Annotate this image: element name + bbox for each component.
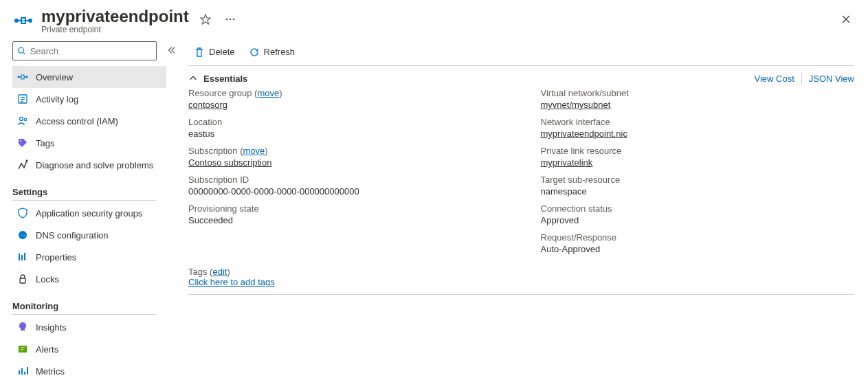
page-title: myprivateendpoint — [41, 7, 189, 26]
view-cost-link[interactable]: View Cost — [754, 74, 794, 84]
search-input-wrapper[interactable] — [12, 41, 157, 60]
subscription-label: Subscription (move) — [188, 146, 502, 156]
diagnose-icon — [16, 159, 29, 171]
subscription-move-link[interactable]: move — [243, 146, 265, 156]
overview-icon — [16, 71, 29, 83]
sidebar-section-settings: Settings — [12, 187, 166, 197]
sidebar-item-label: Metrics — [36, 366, 65, 377]
provisioning-value: Succeeded — [188, 215, 502, 225]
dns-icon: ⋯ — [16, 229, 29, 241]
search-icon — [17, 46, 26, 56]
plr-value[interactable]: myprivatelink — [541, 157, 855, 168]
refresh-label: Refresh — [264, 47, 296, 57]
nic-label: Network interface — [541, 117, 855, 127]
sidebar-item-label: Diagnose and solve problems — [36, 160, 153, 170]
subscription-value[interactable]: Contoso subscription — [188, 157, 502, 168]
svg-point-13 — [20, 140, 21, 142]
sidebar-item-access-control[interactable]: Access control (IAM) — [12, 110, 166, 132]
svg-point-8 — [26, 76, 28, 78]
target-label: Target sub-resource — [541, 175, 855, 185]
sidebar-item-locks[interactable]: Locks — [12, 268, 166, 290]
svg-point-6 — [19, 47, 24, 53]
properties-icon — [16, 251, 29, 263]
delete-button[interactable]: Delete — [188, 43, 241, 62]
svg-point-14 — [26, 160, 28, 162]
sidebar-item-label: Activity log — [36, 94, 78, 104]
vnet-value[interactable]: myvnet/mysubnet — [541, 100, 855, 110]
activity-log-icon — [16, 93, 29, 105]
location-value: eastus — [188, 129, 502, 139]
insights-icon — [16, 321, 29, 333]
alerts-icon — [16, 343, 29, 355]
pin-button[interactable] — [197, 11, 214, 27]
metrics-icon — [16, 365, 29, 377]
svg-rect-9 — [21, 75, 24, 79]
location-label: Location — [188, 117, 502, 127]
private-endpoint-icon — [12, 10, 34, 32]
page-subtitle: Private endpoint — [41, 25, 194, 34]
sidebar-item-insights[interactable]: Insights — [12, 316, 166, 338]
provisioning-label: Provisioning state — [188, 203, 502, 214]
svg-point-12 — [24, 118, 27, 121]
svg-point-7 — [18, 76, 20, 78]
delete-icon — [194, 47, 205, 58]
sidebar-item-label: Overview — [36, 72, 73, 82]
svg-rect-17 — [20, 278, 25, 283]
sidebar-item-overview[interactable]: Overview — [12, 66, 166, 88]
sidebar-item-app-security-groups[interactable]: Application security groups — [12, 202, 166, 224]
sidebar-item-diagnose[interactable]: Diagnose and solve problems — [12, 154, 166, 176]
sidebar-item-label: Tags — [36, 138, 54, 148]
close-button[interactable] — [838, 11, 854, 27]
more-button[interactable] — [222, 11, 238, 27]
svg-point-0 — [15, 19, 18, 22]
req-value: Auto-Approved — [541, 244, 855, 254]
svg-point-4 — [229, 19, 231, 21]
sidebar-item-label: Locks — [36, 274, 59, 284]
sidebar-item-alerts[interactable]: Alerts — [12, 338, 166, 360]
svg-point-3 — [225, 19, 227, 21]
svg-point-2 — [23, 20, 25, 22]
sidebar-item-metrics[interactable]: Metrics — [12, 360, 166, 382]
sidebar-item-label: Access control (IAM) — [36, 116, 118, 126]
refresh-icon — [249, 47, 260, 58]
sidebar-item-activity-log[interactable]: Activity log — [12, 88, 166, 110]
collapse-sidebar-button[interactable] — [166, 45, 176, 57]
req-label: Request/Response — [541, 232, 855, 243]
sidebar-item-label: DNS configuration — [36, 230, 109, 241]
resource-group-value[interactable]: contosorg — [188, 100, 502, 110]
sidebar-item-label: Properties — [36, 252, 76, 262]
sidebar-item-label: Insights — [36, 322, 67, 333]
tags-add-link[interactable]: Click here to add tags — [188, 277, 275, 287]
tags-edit-link[interactable]: edit — [212, 267, 227, 277]
access-control-icon — [16, 115, 29, 127]
chevron-up-icon — [188, 74, 198, 83]
resource-group-label: Resource group (move) — [188, 88, 502, 98]
target-value: namespace — [541, 186, 855, 197]
svg-point-1 — [29, 19, 32, 22]
subscription-id-value: 00000000-0000-0000-0000-000000000000 — [188, 186, 502, 197]
svg-point-5 — [232, 19, 234, 21]
essentials-header: Essentials — [203, 74, 247, 84]
lock-icon — [16, 273, 29, 285]
sidebar-item-label: Application security groups — [36, 208, 142, 219]
shield-icon — [16, 207, 29, 219]
json-view-link[interactable]: JSON View — [809, 74, 854, 84]
nic-value[interactable]: myprivateendpoint.nic — [541, 129, 855, 139]
sidebar-item-properties[interactable]: Properties — [12, 246, 166, 268]
essentials-toggle[interactable] — [188, 74, 198, 83]
tags-label: Tags (edit) — [188, 267, 230, 277]
vnet-label: Virtual network/subnet — [541, 88, 855, 98]
resource-group-move-link[interactable]: move — [257, 88, 279, 98]
search-input[interactable] — [30, 46, 152, 56]
svg-rect-18 — [19, 346, 27, 353]
sidebar-section-monitoring: Monitoring — [12, 301, 166, 311]
sidebar-item-tags[interactable]: Tags — [12, 132, 166, 154]
subscription-id-label: Subscription ID — [188, 175, 502, 185]
conn-value: Approved — [541, 215, 855, 225]
svg-text:⋯: ⋯ — [21, 233, 25, 238]
refresh-button[interactable]: Refresh — [243, 43, 301, 62]
sidebar-item-label: Alerts — [36, 344, 58, 355]
delete-label: Delete — [209, 47, 235, 57]
conn-label: Connection status — [541, 203, 855, 214]
sidebar-item-dns-configuration[interactable]: ⋯ DNS configuration — [12, 224, 166, 246]
